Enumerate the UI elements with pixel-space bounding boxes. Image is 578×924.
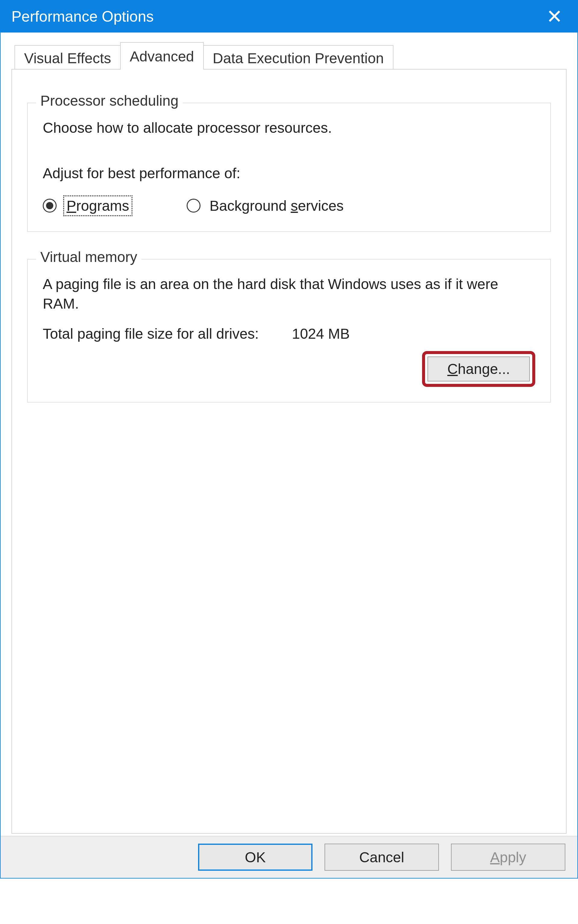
radio-programs[interactable]: Programs bbox=[43, 195, 132, 216]
performance-options-window: Performance Options ✕ Visual Effects Adv… bbox=[0, 0, 578, 879]
tab-dep[interactable]: Data Execution Prevention bbox=[203, 45, 393, 70]
group-processor-scheduling: Processor scheduling Choose how to alloc… bbox=[27, 103, 551, 232]
tab-panel-advanced: Processor scheduling Choose how to alloc… bbox=[11, 69, 567, 834]
tab-visual-effects[interactable]: Visual Effects bbox=[15, 45, 121, 70]
change-button[interactable]: Change... bbox=[427, 356, 530, 382]
change-button-highlight: Change... bbox=[422, 351, 535, 387]
ok-button[interactable]: OK bbox=[198, 844, 312, 871]
processor-description: Choose how to allocate processor resourc… bbox=[43, 119, 535, 138]
virtualmem-total-row: Total paging file size for all drives: 1… bbox=[43, 325, 535, 342]
dialog-button-bar: OK Cancel Apply bbox=[1, 836, 577, 878]
tab-advanced[interactable]: Advanced bbox=[120, 42, 204, 70]
titlebar: Performance Options ✕ bbox=[1, 1, 577, 32]
virtualmem-change-row: Change... bbox=[43, 351, 535, 387]
radio-background-services[interactable]: Background services bbox=[187, 196, 346, 215]
processor-radio-group: Programs Background services bbox=[43, 195, 535, 216]
window-title: Performance Options bbox=[11, 8, 154, 25]
tabs-row: Visual Effects Advanced Data Execution P… bbox=[11, 45, 567, 70]
virtualmem-description: A paging file is an area on the hard dis… bbox=[43, 274, 535, 314]
radio-programs-label: Programs bbox=[63, 195, 132, 216]
radio-background-indicator bbox=[187, 199, 200, 213]
radio-background-label: Background services bbox=[207, 196, 346, 215]
virtualmem-total-value: 1024 MB bbox=[292, 325, 350, 342]
close-icon[interactable]: ✕ bbox=[542, 5, 567, 29]
cancel-button[interactable]: Cancel bbox=[325, 844, 439, 871]
virtualmem-total-label: Total paging file size for all drives: bbox=[43, 325, 259, 342]
radio-programs-indicator bbox=[43, 199, 57, 213]
client-area: Visual Effects Advanced Data Execution P… bbox=[1, 32, 577, 878]
apply-button: Apply bbox=[451, 844, 565, 871]
adjust-for-label: Adjust for best performance of: bbox=[43, 165, 535, 182]
group-legend-virtualmem: Virtual memory bbox=[36, 249, 141, 265]
group-virtual-memory: Virtual memory A paging file is an area … bbox=[27, 259, 551, 403]
group-legend-processor: Processor scheduling bbox=[36, 93, 183, 109]
